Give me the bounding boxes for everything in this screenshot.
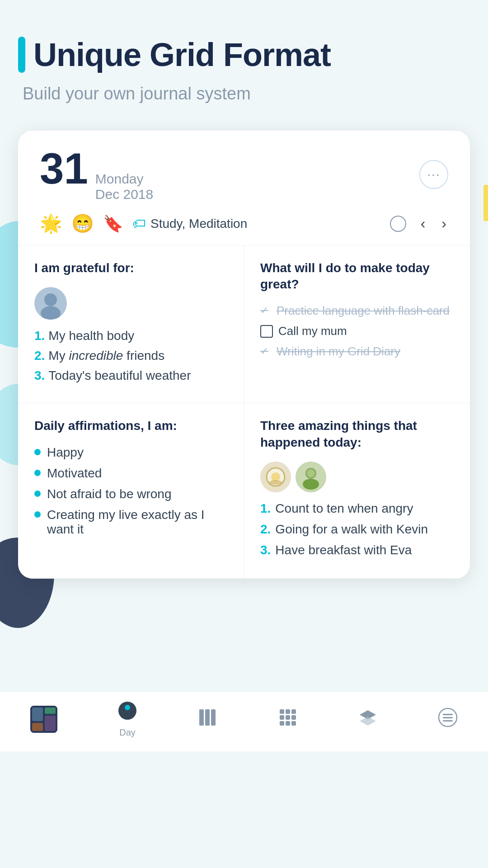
svg-rect-23 xyxy=(291,709,296,714)
nav-item-menu[interactable] xyxy=(438,708,458,731)
list-item: 1. My health body xyxy=(34,329,227,343)
svg-point-16 xyxy=(118,702,136,720)
circle-button[interactable] xyxy=(390,216,406,232)
toolbar-controls: ‹ › xyxy=(390,215,448,232)
bookmark-icon: 🔖 xyxy=(103,214,123,233)
todo-item-active[interactable]: Call my mum xyxy=(260,324,454,338)
checkmark-icon: ✓ xyxy=(260,345,271,357)
more-button[interactable]: ··· xyxy=(419,160,448,189)
blob-yellow xyxy=(483,185,488,221)
grateful-title: I am grateful for: xyxy=(34,260,227,276)
menu-icon xyxy=(438,708,458,731)
nav-item-grid[interactable] xyxy=(278,708,298,731)
list-item: 3. Today's beautiful weather xyxy=(34,368,227,383)
nav-day-label: Day xyxy=(119,727,136,738)
svg-rect-34 xyxy=(443,717,453,718)
svg-rect-28 xyxy=(286,721,290,726)
svg-point-17 xyxy=(125,705,130,710)
bullet-icon xyxy=(34,491,41,497)
next-button[interactable]: › xyxy=(440,215,448,232)
bullet-icon xyxy=(34,511,41,518)
svg-rect-29 xyxy=(291,721,296,726)
sun-icon: 🌟 xyxy=(40,213,62,234)
date-day: 31 xyxy=(40,147,88,190)
svg-rect-25 xyxy=(286,715,290,720)
svg-rect-20 xyxy=(211,709,216,726)
amazing-item: 3. Have breakfast with Eva xyxy=(260,543,454,557)
journal-grid: I am grateful for: 1. My health body 2. xyxy=(18,245,470,579)
card-toolbar: 🌟 😁 🔖 🏷 Study, Meditation ‹ › xyxy=(18,213,470,245)
tags-text: Study, Meditation xyxy=(150,217,247,231)
happy-face-icon: 😁 xyxy=(71,213,94,234)
bottom-navigation: Day xyxy=(0,691,488,751)
list-item: 2. My incredible friends xyxy=(34,349,227,363)
amazing-item: 1. Count to ten when angry xyxy=(260,501,454,516)
today-great-title: What will I do to make today great? xyxy=(260,260,454,293)
title-row: Unique Grid Format xyxy=(18,36,470,73)
svg-rect-26 xyxy=(291,715,296,720)
nav-item-columns[interactable] xyxy=(197,708,217,731)
amazing-list: 1. Count to ten when angry 2. Going for … xyxy=(260,501,454,557)
date-month-year: Dec 2018 xyxy=(95,187,153,202)
page-subtitle: Build your own journal system xyxy=(18,84,470,104)
svg-rect-22 xyxy=(286,709,290,714)
photo-thumbnail xyxy=(30,706,57,733)
page-title: Unique Grid Format xyxy=(33,36,331,73)
nav-item-day[interactable]: Day xyxy=(117,701,137,738)
svg-rect-33 xyxy=(443,714,453,715)
svg-point-10 xyxy=(303,479,319,490)
svg-rect-27 xyxy=(280,721,284,726)
journal-card: 31 Monday Dec 2018 ··· 🌟 😁 🔖 🏷 Study, Me… xyxy=(18,131,470,579)
card-header: 31 Monday Dec 2018 ··· xyxy=(18,131,470,213)
svg-point-6 xyxy=(269,480,282,485)
amazing-item: 2. Going for a walk with Kevin xyxy=(260,522,454,537)
svg-point-1 xyxy=(44,293,57,306)
affirmations-cell: Daily affirmations, I am: Happy Motivate… xyxy=(18,403,244,579)
affirmation-item: Motivated xyxy=(34,466,227,481)
affirmation-item: Happy xyxy=(34,445,227,460)
header-section: Unique Grid Format Build your own journa… xyxy=(0,0,488,122)
affirmation-item: Not afraid to be wrong xyxy=(34,487,227,501)
bullet-icon xyxy=(34,449,41,455)
avatar-food xyxy=(260,462,291,492)
svg-rect-35 xyxy=(443,720,453,722)
accent-bar xyxy=(18,37,25,73)
layers-icon xyxy=(358,708,378,731)
svg-rect-24 xyxy=(280,715,284,720)
todo-item-done: ✓ Writing in my Grid Diary xyxy=(260,344,454,359)
date-section: 31 Monday Dec 2018 xyxy=(40,147,153,202)
prev-button[interactable]: ‹ xyxy=(419,215,427,232)
affirmations-title: Daily affirmations, I am: xyxy=(34,418,227,434)
grateful-cell: I am grateful for: 1. My health body 2. xyxy=(18,245,244,403)
grateful-list: 1. My health body 2. My incredible frien… xyxy=(34,329,227,383)
svg-rect-19 xyxy=(205,709,210,726)
tag-icon: 🏷 xyxy=(132,216,146,231)
svg-rect-13 xyxy=(45,708,56,714)
checkmark-icon: ✓ xyxy=(260,305,271,316)
todo-checkbox[interactable] xyxy=(260,325,273,338)
nav-item-photo[interactable] xyxy=(30,706,57,733)
amazing-title: Three amazing things that happened today… xyxy=(260,418,454,451)
date-weekday: Monday xyxy=(95,171,153,187)
svg-rect-21 xyxy=(280,709,284,714)
affirmations-list: Happy Motivated Not afraid to be wrong C… xyxy=(34,445,227,537)
avatar-person xyxy=(296,462,326,492)
date-info: Monday Dec 2018 xyxy=(95,171,153,202)
todo-item-done: ✓ Practice language with flash-card xyxy=(260,304,454,318)
bullet-icon xyxy=(34,470,41,476)
svg-marker-31 xyxy=(360,717,376,726)
svg-point-9 xyxy=(307,469,315,477)
day-icon xyxy=(117,701,137,725)
amazing-cell: Three amazing things that happened today… xyxy=(244,403,470,579)
affirmation-item: Creating my live exactly as I want it xyxy=(34,508,227,537)
svg-rect-18 xyxy=(199,709,204,726)
svg-rect-15 xyxy=(32,723,43,731)
svg-rect-12 xyxy=(32,708,43,721)
tag-section: 🏷 Study, Meditation xyxy=(132,216,381,231)
svg-rect-14 xyxy=(45,716,56,731)
nav-item-layers[interactable] xyxy=(358,708,378,731)
avatars-row xyxy=(260,462,454,492)
decorative-blobs: 31 Monday Dec 2018 ··· 🌟 😁 🔖 🏷 Study, Me… xyxy=(0,131,488,673)
columns-icon xyxy=(197,708,217,731)
grid-icon xyxy=(278,708,298,731)
